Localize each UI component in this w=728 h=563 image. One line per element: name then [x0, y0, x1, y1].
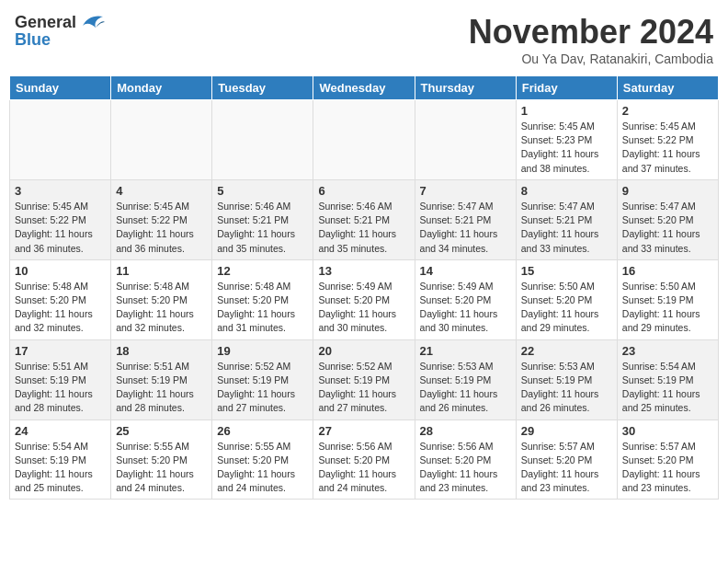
info-line: and 25 minutes.	[622, 402, 691, 413]
info-line: Daylight: 11 hours	[318, 388, 396, 399]
day-number: 22	[521, 344, 612, 358]
info-line: Sunset: 5:22 PM	[116, 214, 188, 225]
info-line: Sunrise: 5:55 AM	[116, 441, 189, 452]
info-line: Sunset: 5:20 PM	[217, 454, 289, 465]
info-line: Sunset: 5:20 PM	[420, 294, 492, 305]
info-line: Sunrise: 5:57 AM	[622, 441, 696, 452]
day-number: 27	[318, 424, 409, 438]
calendar-cell: 15Sunrise: 5:50 AMSunset: 5:20 PMDayligh…	[516, 259, 617, 339]
calendar-cell	[111, 100, 212, 180]
calendar-cell	[415, 100, 516, 180]
calendar-cell: 26Sunrise: 5:55 AMSunset: 5:20 PMDayligh…	[212, 419, 313, 500]
info-line: Sunset: 5:22 PM	[622, 134, 694, 145]
info-line: and 23 minutes.	[420, 482, 489, 493]
day-number: 20	[318, 344, 409, 358]
day-number: 6	[318, 184, 409, 198]
info-line: Sunset: 5:20 PM	[622, 454, 694, 465]
day-number: 28	[420, 424, 511, 438]
info-line: Sunrise: 5:55 AM	[217, 441, 290, 452]
info-line: and 26 minutes.	[420, 402, 489, 413]
day-number: 14	[420, 264, 511, 278]
logo-blue-text: Blue	[15, 31, 105, 50]
info-line: and 32 minutes.	[116, 322, 185, 333]
day-number: 23	[622, 344, 713, 358]
day-number: 21	[420, 344, 511, 358]
calendar-cell: 29Sunrise: 5:57 AMSunset: 5:20 PMDayligh…	[516, 419, 617, 500]
info-line: Sunrise: 5:45 AM	[15, 201, 88, 212]
info-line: and 35 minutes.	[217, 243, 286, 254]
info-line: Sunrise: 5:56 AM	[420, 441, 494, 452]
day-number: 19	[217, 344, 308, 358]
info-line: Sunset: 5:20 PM	[318, 294, 390, 305]
month-title: November 2024	[469, 13, 713, 52]
info-line: and 29 minutes.	[521, 322, 590, 333]
calendar-cell: 24Sunrise: 5:54 AMSunset: 5:19 PMDayligh…	[10, 419, 111, 500]
info-line: and 32 minutes.	[15, 322, 84, 333]
info-line: Daylight: 11 hours	[521, 308, 599, 319]
info-line: Daylight: 11 hours	[622, 388, 700, 399]
calendar-cell: 2Sunrise: 5:45 AMSunset: 5:22 PMDaylight…	[617, 100, 718, 180]
calendar-col-header: Thursday	[415, 76, 516, 100]
title-area: November 2024 Ou Ya Dav, Ratanakiri, Cam…	[469, 13, 713, 66]
info-line: Sunset: 5:19 PM	[15, 454, 86, 465]
info-line: Sunset: 5:20 PM	[521, 294, 593, 305]
calendar-cell: 21Sunrise: 5:53 AMSunset: 5:19 PMDayligh…	[415, 339, 516, 419]
info-line: Daylight: 11 hours	[420, 388, 498, 399]
day-info: Sunrise: 5:46 AMSunset: 5:21 PMDaylight:…	[318, 200, 409, 256]
day-number: 1	[521, 104, 612, 118]
info-line: Sunset: 5:20 PM	[116, 454, 188, 465]
day-info: Sunrise: 5:47 AMSunset: 5:21 PMDaylight:…	[521, 200, 612, 256]
info-line: Daylight: 11 hours	[217, 388, 295, 399]
day-number: 13	[318, 264, 409, 278]
calendar-cell	[10, 100, 111, 180]
info-line: Sunrise: 5:49 AM	[318, 281, 392, 292]
day-number: 7	[420, 184, 511, 198]
info-line: and 35 minutes.	[318, 243, 387, 254]
day-info: Sunrise: 5:51 AMSunset: 5:19 PMDaylight:…	[116, 360, 207, 416]
info-line: Daylight: 11 hours	[15, 228, 93, 239]
info-line: Daylight: 11 hours	[116, 468, 194, 479]
day-info: Sunrise: 5:47 AMSunset: 5:20 PMDaylight:…	[622, 200, 713, 256]
info-line: Daylight: 11 hours	[521, 388, 599, 399]
info-line: Sunrise: 5:45 AM	[116, 201, 189, 212]
info-line: and 31 minutes.	[217, 322, 286, 333]
info-line: Sunset: 5:20 PM	[521, 454, 593, 465]
calendar-cell: 13Sunrise: 5:49 AMSunset: 5:20 PMDayligh…	[313, 259, 415, 339]
info-line: Sunset: 5:20 PM	[217, 294, 289, 305]
info-line: and 34 minutes.	[420, 243, 489, 254]
day-number: 26	[217, 424, 308, 438]
info-line: and 33 minutes.	[521, 243, 590, 254]
logo-bird-icon	[79, 13, 105, 33]
calendar-week-row: 1Sunrise: 5:45 AMSunset: 5:23 PMDaylight…	[10, 100, 719, 180]
info-line: Sunset: 5:19 PM	[521, 374, 593, 385]
calendar-col-header: Saturday	[617, 76, 718, 100]
info-line: Sunset: 5:21 PM	[521, 214, 593, 225]
day-number: 9	[622, 184, 713, 198]
info-line: Sunset: 5:19 PM	[116, 374, 188, 385]
info-line: Sunrise: 5:47 AM	[622, 201, 696, 212]
page-header: General Blue November 2024 Ou Ya Dav, Ra…	[9, 9, 719, 70]
calendar-table: SundayMondayTuesdayWednesdayThursdayFrid…	[9, 75, 719, 500]
calendar-cell: 11Sunrise: 5:48 AMSunset: 5:20 PMDayligh…	[111, 259, 212, 339]
calendar-cell: 9Sunrise: 5:47 AMSunset: 5:20 PMDaylight…	[617, 179, 718, 259]
day-number: 30	[622, 424, 713, 438]
calendar-cell: 19Sunrise: 5:52 AMSunset: 5:19 PMDayligh…	[212, 339, 313, 419]
day-number: 17	[15, 344, 106, 358]
calendar-cell: 12Sunrise: 5:48 AMSunset: 5:20 PMDayligh…	[212, 259, 313, 339]
day-info: Sunrise: 5:50 AMSunset: 5:20 PMDaylight:…	[521, 280, 612, 336]
info-line: Daylight: 11 hours	[15, 468, 93, 479]
info-line: Sunset: 5:19 PM	[622, 374, 694, 385]
info-line: and 28 minutes.	[15, 402, 84, 413]
calendar-cell: 22Sunrise: 5:53 AMSunset: 5:19 PMDayligh…	[516, 339, 617, 419]
info-line: and 25 minutes.	[15, 482, 84, 493]
info-line: Sunset: 5:19 PM	[15, 374, 86, 385]
info-line: Sunrise: 5:51 AM	[15, 361, 88, 372]
info-line: and 26 minutes.	[521, 402, 590, 413]
calendar-week-row: 17Sunrise: 5:51 AMSunset: 5:19 PMDayligh…	[10, 339, 719, 419]
calendar-col-header: Sunday	[10, 76, 111, 100]
info-line: Sunset: 5:21 PM	[420, 214, 492, 225]
info-line: Sunrise: 5:54 AM	[622, 361, 696, 372]
calendar-cell: 18Sunrise: 5:51 AMSunset: 5:19 PMDayligh…	[111, 339, 212, 419]
day-number: 2	[622, 104, 713, 118]
day-info: Sunrise: 5:53 AMSunset: 5:19 PMDaylight:…	[521, 360, 612, 416]
